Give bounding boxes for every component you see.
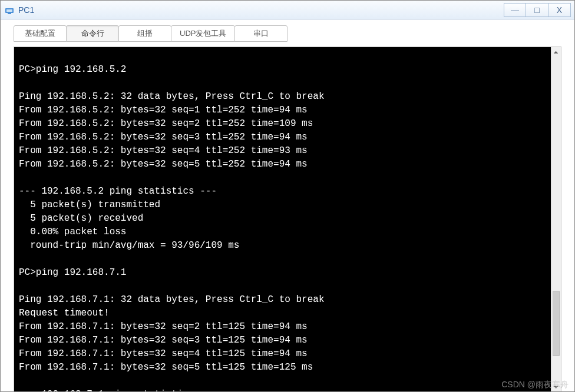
maximize-button[interactable]: □ xyxy=(526,3,548,17)
tab-serial[interactable]: 串口 xyxy=(234,25,288,42)
app-icon xyxy=(4,5,15,15)
window-title: PC1 xyxy=(18,5,504,15)
window-controls: — □ X xyxy=(504,3,571,17)
minimize-button[interactable]: — xyxy=(504,3,526,17)
scroll-thumb[interactable] xyxy=(553,291,560,356)
close-button[interactable]: X xyxy=(548,3,571,17)
tab-basic-config[interactable]: 基础配置 xyxy=(14,25,67,42)
titlebar: PC1 — □ X xyxy=(1,1,574,19)
svg-rect-1 xyxy=(6,9,12,12)
scroll-up-button[interactable]: ⏶ xyxy=(551,47,561,57)
tab-cli[interactable]: 命令行 xyxy=(66,25,119,42)
svg-rect-2 xyxy=(8,13,11,14)
watermark: CSDN @雨夜寒舟 xyxy=(501,380,569,390)
terminal[interactable]: PC>ping 192.168.5.2 Ping 192.168.5.2: 32… xyxy=(14,47,551,392)
tabs-row: 基础配置 命令行 组播 UDP发包工具 串口 xyxy=(1,19,574,42)
scrollbar[interactable]: ⏶ ⏷ xyxy=(551,47,561,392)
tab-multicast[interactable]: 组播 xyxy=(118,25,171,42)
terminal-wrap: PC>ping 192.168.5.2 Ping 192.168.5.2: 32… xyxy=(14,46,561,392)
scroll-track[interactable] xyxy=(551,57,561,382)
tab-udp-tool[interactable]: UDP发包工具 xyxy=(171,25,235,42)
